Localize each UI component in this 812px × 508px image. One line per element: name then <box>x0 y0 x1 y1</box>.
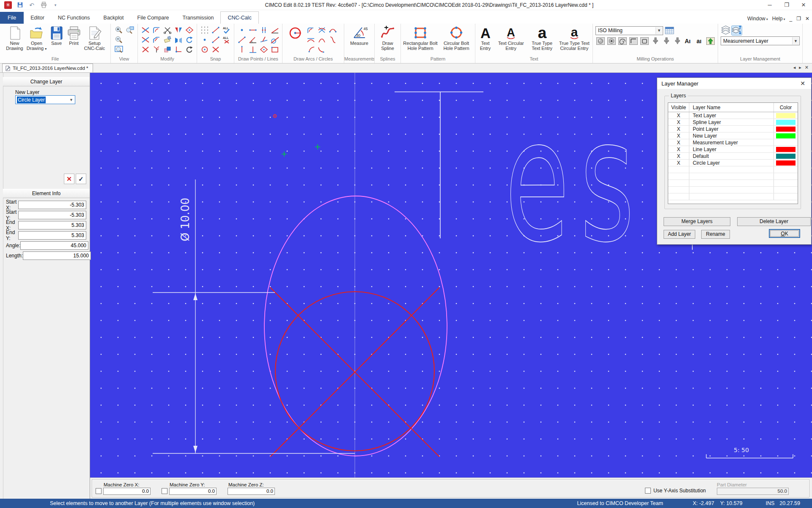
layer-color-cell[interactable] <box>774 139 798 146</box>
arc-s-curve-icon[interactable] <box>328 35 338 44</box>
zoom-all-icon[interactable] <box>114 45 124 54</box>
milling-operation-combobox[interactable]: ISO Milling▼ <box>595 26 663 35</box>
layer-visible-flag[interactable]: X <box>668 119 689 125</box>
layer-visible-flag[interactable]: X <box>668 126 689 132</box>
setup-cnc-calc-button[interactable]: Setup CNC-Calc <box>83 25 107 52</box>
new-layer-combobox[interactable]: Circle Layer ▼ <box>15 95 75 104</box>
snap-middle-icon[interactable] <box>211 35 221 44</box>
active-layer-combobox[interactable]: Measurement Layer▼ <box>721 36 800 45</box>
circle-center-radius-icon[interactable] <box>288 25 304 42</box>
face-milling-icon[interactable] <box>595 36 606 46</box>
true-type-text-circular-entry-button[interactable]: aTrue Type Text Circular Entry <box>557 25 592 52</box>
menu-tab-nc-functions[interactable]: NC Functions <box>51 12 97 24</box>
minimize-button[interactable]: ─ <box>761 2 778 8</box>
snap-all-on-icon[interactable]: ALL <box>222 25 232 35</box>
arc-tangent-icon[interactable] <box>306 35 316 44</box>
machine-zero-x-checkbox[interactable] <box>96 488 102 494</box>
trim-extend-icon[interactable] <box>140 35 151 44</box>
document-tab[interactable]: Til_FC_2013-2016 LayerNew.cdd * <box>2 64 93 72</box>
layer-color-cell[interactable] <box>774 146 798 152</box>
layer-row-default[interactable]: XDefault <box>668 153 798 160</box>
contour-milling-icon[interactable] <box>628 36 639 46</box>
undo-icon[interactable] <box>184 45 195 54</box>
delete-layer-button[interactable]: Delete Layer <box>737 217 811 226</box>
text-entry-button[interactable]: AText Entry <box>476 25 494 52</box>
layer-color-cell[interactable] <box>774 119 798 125</box>
mdi-minimize-button[interactable]: _ <box>789 16 792 22</box>
line-two-points-icon[interactable] <box>237 35 247 44</box>
set-origin-icon[interactable] <box>173 45 184 54</box>
machine-zero-z-input[interactable] <box>228 488 275 495</box>
menu-tab-transmission[interactable]: Transmission <box>176 12 221 24</box>
layer-visible-flag[interactable]: X <box>668 133 689 139</box>
zoom-out-icon[interactable] <box>114 35 124 44</box>
export-to-editor-icon[interactable] <box>705 36 716 46</box>
save-button[interactable]: Save <box>48 25 65 46</box>
layer-visible-flag[interactable]: X <box>668 139 689 146</box>
arc-intersection-icon[interactable] <box>317 25 327 35</box>
snap-point-icon[interactable] <box>200 35 210 44</box>
draw-spline-button[interactable]: Draw Spline <box>377 25 398 52</box>
tab-close-icon[interactable]: ✕ <box>805 65 809 70</box>
field-input-length-[interactable] <box>23 251 91 260</box>
layer-manager-icon[interactable] <box>721 26 731 35</box>
layer-color-cell[interactable] <box>774 153 798 159</box>
layer-row-line-layer[interactable]: XLine Layer <box>668 146 798 153</box>
line-vertical-icon[interactable] <box>237 45 247 54</box>
chamfer-icon[interactable] <box>151 35 162 44</box>
snap-grid-icon[interactable] <box>200 25 210 35</box>
arc-ne-icon[interactable] <box>306 45 316 54</box>
layer-color-cell[interactable] <box>774 133 798 139</box>
field-input-end-y-[interactable] <box>18 231 86 240</box>
field-input-start-y-[interactable] <box>18 211 86 219</box>
spiral-milling-icon[interactable] <box>617 36 628 46</box>
mill-truetype-text-icon[interactable]: aı <box>694 36 705 46</box>
menu-tab-file-compare[interactable]: File Compare <box>131 12 176 24</box>
snap-all-off-icon[interactable]: ALL <box>222 35 232 44</box>
true-type-text-entry-button[interactable]: aTrue Type Text Entry <box>527 25 556 52</box>
print-button[interactable]: Print <box>66 25 82 46</box>
restore-button[interactable]: ❐ <box>778 2 795 8</box>
new-drawing-button[interactable]: New Drawing <box>4 25 25 52</box>
layer-visible-flag[interactable]: X <box>668 112 689 119</box>
part-diameter-input[interactable] <box>717 488 789 495</box>
circular-bolt-hole-pattern-button[interactable]: Circular Bolt Hole Pattern <box>439 25 474 52</box>
layer-color-cell[interactable] <box>774 160 798 166</box>
machine-zero-x-input[interactable] <box>103 488 151 495</box>
drill-icon[interactable] <box>650 36 661 46</box>
layer-color-cell[interactable] <box>774 112 798 119</box>
text-outline-T[interactable] <box>395 92 483 238</box>
drill-tap-icon[interactable] <box>672 36 683 46</box>
line-tangent-icon[interactable] <box>270 35 280 44</box>
snap-nearest-icon[interactable] <box>211 25 221 35</box>
rotate-icon[interactable] <box>184 35 195 44</box>
scale-icon[interactable] <box>173 35 184 44</box>
tab-scroll-left-icon[interactable]: ◂ <box>793 65 796 70</box>
line-horizontal-icon[interactable] <box>248 25 258 35</box>
layer-visible-flag[interactable]: X <box>668 153 689 159</box>
machine-zero-y-input[interactable] <box>169 488 217 495</box>
print-icon[interactable] <box>40 1 47 9</box>
delete-icon[interactable] <box>140 45 151 54</box>
line-rhombus-icon[interactable] <box>259 45 269 54</box>
field-input-end-x-[interactable] <box>18 221 86 229</box>
zoom-in-icon[interactable] <box>114 25 124 35</box>
menu-tab-editor[interactable]: Editor <box>24 12 51 24</box>
point-marker[interactable] <box>274 115 277 118</box>
menu-tab-file[interactable]: File <box>0 12 24 24</box>
rectangular-bolt-hole-pattern-button[interactable]: Rectangular Bolt Hole Pattern <box>402 25 439 52</box>
open-drawing-button[interactable]: Open Drawing ▾ <box>26 25 48 52</box>
dialog-close-icon[interactable]: ✕ <box>798 80 807 87</box>
apply-button[interactable]: ✓ <box>76 174 86 184</box>
drill-peck-icon[interactable] <box>661 36 672 46</box>
explode-icon[interactable] <box>151 45 162 54</box>
cut-icon[interactable] <box>162 25 173 35</box>
arc-endpoints-icon[interactable] <box>328 25 338 35</box>
measure-button[interactable]: 4530Measure <box>347 25 372 46</box>
line-polar-icon[interactable] <box>270 25 280 35</box>
layer-row-new-layer[interactable]: XNew Layer <box>668 133 798 139</box>
trim-icon[interactable] <box>140 25 151 35</box>
ok-button[interactable]: OK <box>769 229 800 238</box>
feed-speed-calculator-icon[interactable] <box>664 26 674 35</box>
close-button[interactable]: ✕ <box>795 2 812 8</box>
